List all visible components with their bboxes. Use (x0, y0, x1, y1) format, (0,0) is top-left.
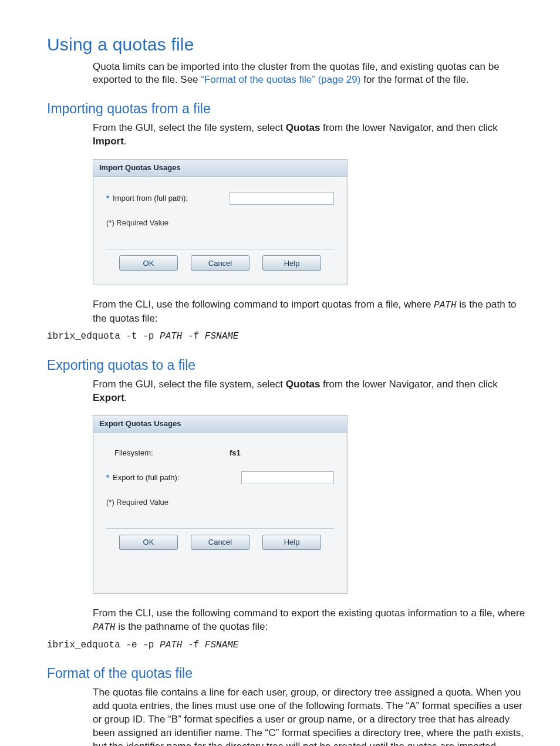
code: -f (182, 640, 204, 650)
ok-button[interactable]: OK (119, 255, 178, 271)
text: . (124, 392, 127, 403)
cancel-button[interactable]: Cancel (191, 255, 249, 271)
import-from-input[interactable] (230, 192, 334, 205)
code-var: PATH (160, 331, 182, 342)
dialog-title: Export Quotas Usages (93, 416, 347, 433)
page-title: Using a quotas file (47, 33, 529, 57)
code-path: PATH (93, 622, 115, 633)
text: From the CLI, use the following command … (93, 607, 525, 619)
text: From the CLI, use the following command … (93, 299, 434, 310)
dialog-title: Import Quotas Usages (93, 160, 347, 177)
code-var: PATH (160, 640, 182, 650)
export-cli-command: ibrix_edquota -e -p PATH -f FSNAME (47, 639, 529, 652)
export-gui-paragraph: From the GUI, select the file system, se… (93, 378, 529, 405)
code: ibrix_edquota -e -p (47, 640, 160, 650)
text: for the format of the file. (360, 74, 468, 85)
code-var: FSNAME (205, 640, 239, 650)
dialog-separator (106, 528, 334, 529)
text-bold: Import (93, 136, 124, 147)
text: From the GUI, select the file system, se… (93, 122, 286, 133)
export-to-label: Export to (full path): (113, 472, 179, 483)
import-from-label: Import from (full path): (113, 193, 188, 204)
dialog-separator (106, 249, 334, 249)
import-cli-paragraph: From the CLI, use the following command … (93, 298, 529, 326)
code: ibrix_edquota -t -p (47, 331, 160, 342)
required-star-icon: * (106, 472, 109, 483)
export-cli-paragraph: From the CLI, use the following command … (93, 607, 529, 634)
export-to-input[interactable] (241, 471, 334, 484)
import-gui-paragraph: From the GUI, select the file system, se… (93, 121, 529, 148)
import-dialog: Import Quotas Usages * Import from (full… (93, 159, 348, 285)
intro-paragraph: Quota limits can be imported into the cl… (93, 60, 529, 87)
cancel-button[interactable]: Cancel (191, 535, 249, 550)
help-button[interactable]: Help (262, 535, 321, 550)
required-value-note: (*) Required Value (106, 218, 334, 228)
text: from the lower Navigator, and then click (320, 122, 497, 133)
export-dialog: Export Quotas Usages Filesystem: fs1 * E… (93, 415, 348, 594)
text: from the lower Navigator, and then click (320, 379, 497, 390)
code: -f (182, 331, 204, 342)
format-heading: Format of the quotas file (47, 664, 529, 683)
help-button[interactable]: Help (262, 255, 321, 271)
text-bold: Quotas (286, 122, 321, 133)
format-paragraph: The quotas file contains a line for each… (93, 686, 529, 746)
code-path: PATH (434, 300, 456, 310)
exporting-heading: Exporting quotas to a file (47, 356, 529, 374)
filesystem-label: Filesystem: (114, 448, 153, 458)
required-star-icon: * (106, 193, 109, 204)
text-bold: Quotas (286, 379, 321, 390)
format-link[interactable]: “Format of the quotas file” (page 29) (201, 74, 360, 85)
text: . (124, 136, 127, 147)
text: From the GUI, select the file system, se… (93, 379, 286, 390)
filesystem-value: fs1 (230, 448, 334, 458)
code-var: FSNAME (205, 331, 239, 342)
ok-button[interactable]: OK (119, 535, 178, 550)
required-value-note: (*) Required Value (106, 497, 334, 508)
import-cli-command: ibrix_edquota -t -p PATH -f FSNAME (47, 330, 529, 343)
importing-heading: Importing quotas from a file (47, 100, 529, 118)
text: is the pathname of the quotas file: (115, 621, 268, 632)
text-bold: Export (93, 392, 124, 403)
